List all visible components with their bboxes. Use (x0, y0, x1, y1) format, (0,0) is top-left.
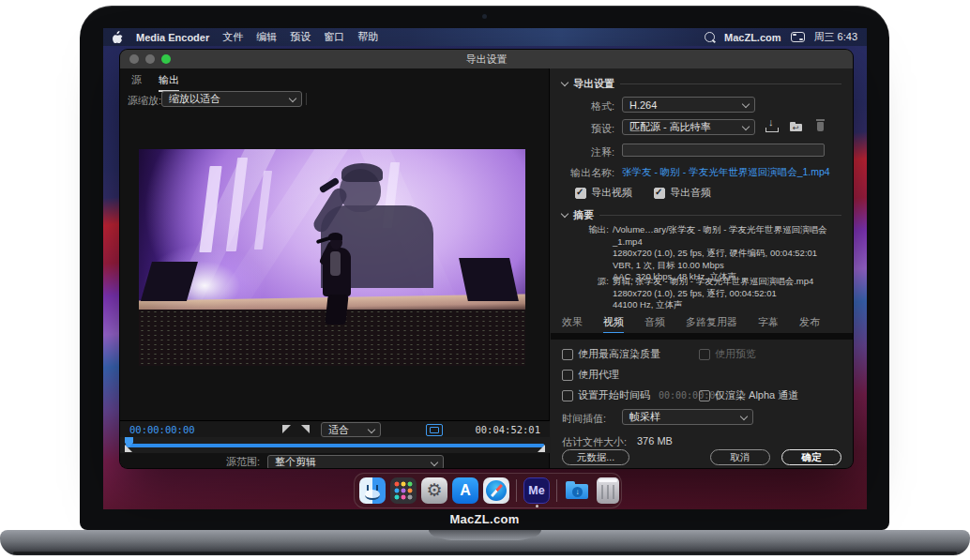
launchpad-icon[interactable] (390, 477, 417, 504)
preset-dropdown[interactable]: 匹配源 - 高比特率 (622, 119, 755, 135)
app-store-icon[interactable]: A (452, 477, 478, 504)
tab-multiplexer[interactable]: 多路复用器 (686, 315, 737, 334)
render-alpha-checkbox[interactable]: 仅渲染 Alpha 通道 (699, 388, 798, 402)
safari-icon[interactable] (483, 477, 509, 504)
set-in-point-icon[interactable] (282, 425, 291, 433)
collapse-chevron-icon[interactable] (561, 79, 568, 86)
source-range-dropdown[interactable]: 整个剪辑 (267, 455, 444, 470)
menu-item-window[interactable]: 窗口 (324, 30, 344, 44)
menu-item-help[interactable]: 帮助 (357, 30, 378, 44)
download-arrow-icon: ↓ (572, 487, 583, 497)
summary-output-label: 输出: (556, 224, 609, 236)
chevron-down-icon (289, 95, 296, 102)
checkbox-icon[interactable] (562, 390, 573, 401)
webcam-dot (482, 14, 487, 19)
singer-shirt (330, 251, 341, 276)
tab-content-divider (551, 333, 854, 340)
summary-line: 剪辑, 张学友 - 吻别 - 学友光年世界巡回演唱会.mp4 (613, 276, 849, 288)
tab-publish[interactable]: 发布 (799, 315, 820, 334)
tab-output[interactable]: 输出 (159, 73, 179, 92)
checkbox-checked-icon[interactable] (654, 188, 665, 199)
tab-captions[interactable]: 字幕 (758, 315, 779, 334)
menu-item-file[interactable]: 文件 (222, 30, 243, 44)
singer-hair (328, 233, 342, 240)
chevron-down-icon (740, 413, 748, 420)
dock: ⚙ A Me ↓ (354, 473, 622, 508)
tab-audio[interactable]: 音频 (644, 315, 665, 334)
search-icon[interactable] (705, 32, 715, 42)
summary-section-title: 摘要 (573, 208, 594, 222)
apple-menu-icon[interactable] (113, 31, 123, 43)
cancel-button[interactable]: 取消 (710, 449, 770, 465)
summary-line: 1280x720 (1.0), 25 fps, 逐行, 硬件编码, 00:04:… (613, 248, 849, 260)
import-preset-icon[interactable]: ↩ (789, 119, 804, 132)
source-scaling-label: 源缩放: (128, 94, 161, 108)
checkbox-icon[interactable] (562, 349, 573, 360)
duration-timecode: 00:04:52:01 (475, 424, 540, 435)
checkbox-checked-icon[interactable] (575, 188, 586, 199)
estimated-size-label: 估计文件大小: (562, 435, 627, 449)
output-name-link[interactable]: 张学友 - 吻别 - 学友光年世界巡回演唱会_1.mp4 (622, 166, 830, 179)
control-center-icon[interactable] (791, 32, 805, 42)
set-start-timecode-checkbox[interactable]: 设置开始时间码 00:00:00:00 (562, 388, 720, 402)
checkbox-icon (699, 349, 710, 360)
range-start-handle[interactable] (125, 445, 132, 452)
dialog-title: 导出设置 (120, 53, 853, 67)
menu-app-name[interactable]: Media Encoder (136, 32, 209, 43)
save-preset-icon[interactable] (765, 120, 780, 133)
ok-button[interactable]: 确定 (781, 449, 841, 465)
downloads-folder-icon[interactable]: ↓ (564, 477, 590, 504)
preview-panel: 源 输出 源缩放: 缩放以适合 (120, 68, 550, 469)
summary-source-label: 源: (556, 276, 609, 288)
menubar-clock[interactable]: 周三 6:43 (814, 30, 857, 44)
export-options-panel: 导出设置 格式: H.264 预设: 匹配源 - 高比特率 ↩ 注释: 输出名称… (551, 68, 854, 469)
checkbox-icon[interactable] (699, 390, 710, 401)
format-dropdown[interactable]: H.264 (622, 97, 755, 113)
video-preview[interactable] (139, 149, 525, 366)
checkbox-icon[interactable] (562, 370, 573, 381)
timeline-scrubber[interactable] (120, 437, 550, 453)
export-video-checkbox[interactable]: 导出视频 (575, 186, 632, 200)
export-tabs: 效果 视频 音频 多路复用器 字幕 发布 (562, 315, 820, 334)
chevron-down-icon (742, 100, 750, 108)
singer-legs (326, 295, 349, 325)
stage-rig (459, 258, 518, 301)
dock-separator (516, 479, 517, 502)
menu-item-presets[interactable]: 预设 (290, 30, 311, 44)
panel-divider (306, 93, 307, 105)
export-audio-checkbox[interactable]: 导出音频 (654, 186, 711, 200)
comment-input[interactable] (622, 144, 825, 157)
time-interpolation-dropdown[interactable]: 帧采样 (622, 409, 753, 425)
fit-screen-icon[interactable] (426, 424, 443, 436)
summary-line: /Volume…ary/张学友 - 吻别 - 学友光年世界巡回演唱会_1.mp4 (613, 224, 849, 248)
dialog-titlebar[interactable]: 导出设置 (120, 50, 853, 69)
tab-effects[interactable]: 效果 (562, 315, 583, 334)
menubar-site-label: MacZL.com (724, 32, 781, 43)
collapse-chevron-icon[interactable] (561, 210, 568, 218)
estimated-size-value: 376 MB (637, 435, 673, 446)
use-proxies-checkbox[interactable]: 使用代理 (562, 368, 619, 382)
metadata-button[interactable]: 元数据... (562, 449, 629, 465)
chevron-down-icon (368, 426, 375, 433)
laptop-lid-notch (429, 530, 541, 540)
set-out-point-icon[interactable] (301, 425, 310, 433)
preview-zoom-dropdown[interactable]: 适合 (321, 422, 381, 437)
trash-icon[interactable] (597, 477, 619, 504)
finder-icon[interactable] (359, 477, 386, 504)
timeline-track[interactable] (126, 444, 544, 447)
range-end-handle[interactable] (538, 445, 545, 452)
time-interpolation-label: 时间插值: (562, 412, 606, 426)
export-settings-section-title: 导出设置 (573, 77, 614, 91)
delete-preset-icon[interactable] (813, 119, 828, 132)
tab-video[interactable]: 视频 (603, 315, 624, 334)
jumbotron-singer-hair (341, 163, 383, 182)
max-render-quality-checkbox[interactable]: 使用最高渲染质量 (562, 347, 660, 361)
chevron-down-icon (742, 123, 750, 130)
export-settings-dialog: 导出设置 源 输出 源缩放: 缩放以适合 (119, 49, 854, 469)
source-scaling-dropdown[interactable]: 缩放以适合 (161, 91, 302, 107)
tab-source[interactable]: 源 (131, 73, 142, 92)
section-divider (599, 215, 841, 216)
menu-item-edit[interactable]: 编辑 (256, 30, 277, 44)
media-encoder-icon[interactable]: Me (523, 477, 550, 504)
system-settings-icon[interactable]: ⚙ (421, 477, 447, 504)
